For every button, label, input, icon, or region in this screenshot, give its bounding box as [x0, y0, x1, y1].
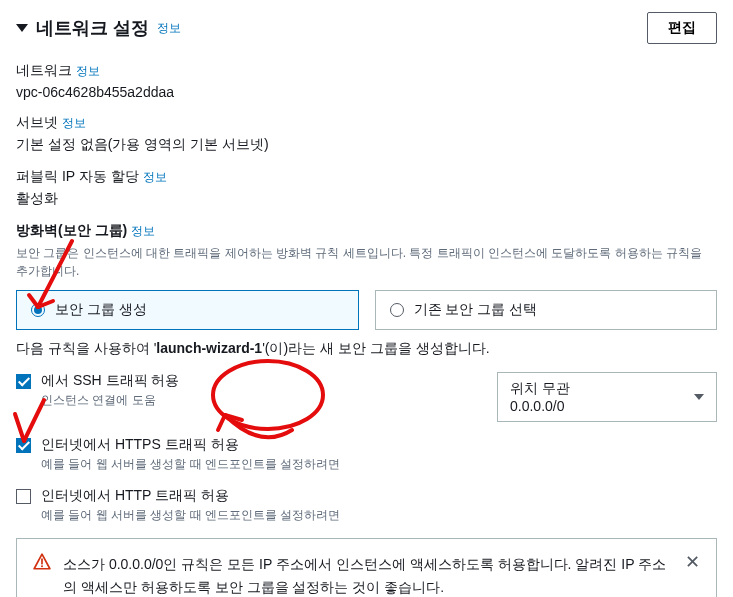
firewall-label: 방화벽(보안 그룹) [16, 222, 127, 238]
https-help: 예를 들어 웹 서버를 생성할 때 엔드포인트를 설정하려면 [41, 456, 717, 473]
network-info-link[interactable]: 정보 [76, 64, 100, 78]
publicip-label: 퍼블릭 IP 자동 할당 [16, 168, 139, 184]
firewall-info-link[interactable]: 정보 [131, 224, 155, 238]
subnet-value: 기본 설정 없음(가용 영역의 기본 서브넷) [16, 136, 717, 154]
warning-icon [33, 553, 51, 571]
section-title: 네트워크 설정 [36, 16, 149, 40]
https-checkbox[interactable] [16, 438, 31, 453]
chevron-down-icon [694, 394, 704, 400]
ssh-dropdown-value: 0.0.0.0/0 [510, 397, 570, 415]
radio-checked-icon [31, 303, 45, 317]
ssh-help: 인스턴스 연결에 도움 [41, 392, 457, 409]
ssh-label: 에서 SSH 트래픽 허용 [41, 372, 457, 390]
edit-button[interactable]: 편집 [647, 12, 717, 44]
publicip-info-link[interactable]: 정보 [143, 170, 167, 184]
http-help: 예를 들어 웹 서버를 생성할 때 엔드포인트를 설정하려면 [41, 507, 717, 524]
section-info-link[interactable]: 정보 [157, 20, 181, 37]
collapse-toggle[interactable] [16, 24, 28, 32]
https-label: 인터넷에서 HTTPS 트래픽 허용 [41, 436, 717, 454]
radio-unchecked-icon [390, 303, 404, 317]
warning-text: 소스가 0.0.0.0/0인 규칙은 모든 IP 주소에서 인스턴스에 액세스하… [63, 553, 673, 597]
create-sg-radio[interactable]: 보안 그룹 생성 [16, 290, 359, 330]
select-sg-radio[interactable]: 기존 보안 그룹 선택 [375, 290, 718, 330]
ssh-source-dropdown[interactable]: 위치 무관 0.0.0.0/0 [497, 372, 717, 422]
create-sg-label: 보안 그룹 생성 [55, 301, 147, 319]
network-value: vpc-06c4628b455a2ddaa [16, 84, 717, 100]
ssh-checkbox[interactable] [16, 374, 31, 389]
rule-description: 다음 규칙을 사용하여 'launch-wizard-1'(이)라는 새 보안 … [16, 340, 717, 358]
network-label: 네트워크 [16, 62, 72, 78]
svg-point-1 [41, 566, 43, 568]
http-checkbox[interactable] [16, 489, 31, 504]
select-sg-label: 기존 보안 그룹 선택 [414, 301, 538, 319]
ssh-dropdown-label: 위치 무관 [510, 379, 570, 397]
close-icon[interactable]: ✕ [685, 553, 700, 571]
firewall-help: 보안 그룹은 인스턴스에 대한 트래픽을 제어하는 방화벽 규칙 세트입니다. … [16, 244, 717, 280]
http-label: 인터넷에서 HTTP 트래픽 허용 [41, 487, 717, 505]
warning-alert: 소스가 0.0.0.0/0인 규칙은 모든 IP 주소에서 인스턴스에 액세스하… [16, 538, 717, 597]
subnet-info-link[interactable]: 정보 [62, 116, 86, 130]
publicip-value: 활성화 [16, 190, 717, 208]
subnet-label: 서브넷 [16, 114, 58, 130]
